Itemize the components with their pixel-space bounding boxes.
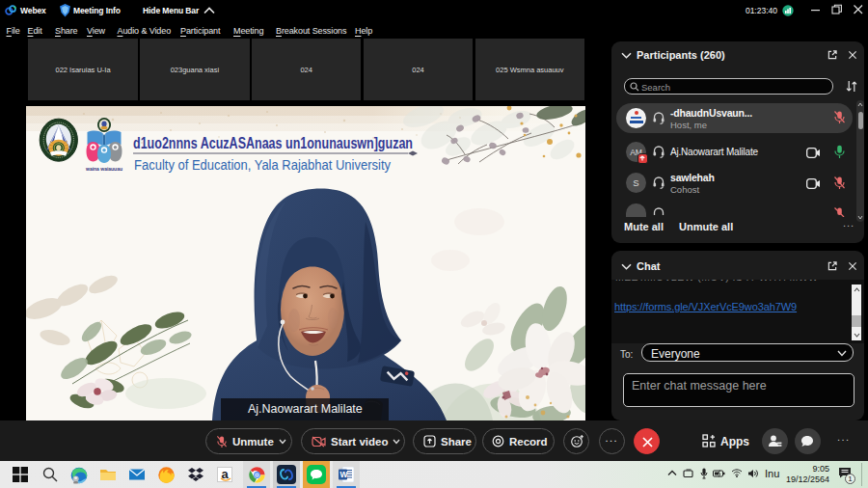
svg-text:W: W (339, 470, 348, 479)
svg-text:waina waiauuau: waina waiauuau (85, 166, 122, 172)
svg-text:Faculty of Education, Yala Raj: Faculty of Education, Yala Rajabhat Univ… (134, 157, 391, 173)
svg-text:d1uo2nnns AcuzASAnaas un1onuna: d1uo2nnns AcuzASAnaas un1onunauswn]guzan (133, 134, 413, 151)
